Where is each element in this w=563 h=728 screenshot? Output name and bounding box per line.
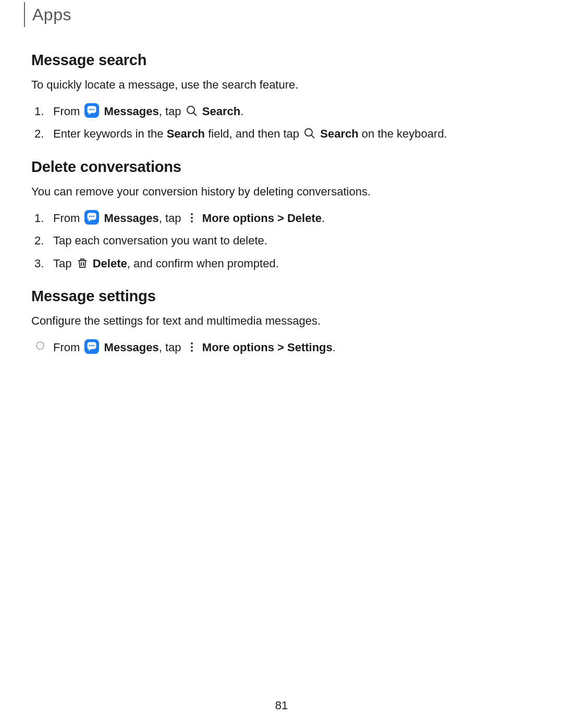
- search-icon: [303, 127, 316, 140]
- document-page: Apps Message search To quickly locate a …: [0, 0, 563, 728]
- step-number: 2.: [34, 231, 44, 250]
- bullet-step: From Messages, tap More options > Settin…: [53, 338, 532, 357]
- header-title: Apps: [31, 5, 532, 24]
- text: on the keyboard.: [359, 127, 447, 140]
- step-3: 3. Tap Delete, and confirm when prompted…: [53, 254, 532, 273]
- svg-point-13: [191, 217, 193, 219]
- text: Tap: [53, 257, 75, 270]
- steps-message-search: 1. From Messages, tap Search. 2. Enter k…: [31, 102, 532, 144]
- step-2: 2. Enter keywords in the Search field, a…: [53, 124, 532, 143]
- page-number: 81: [0, 699, 563, 712]
- label-messages: Messages: [104, 341, 159, 354]
- text: field, and then tap: [205, 127, 302, 140]
- section-delete-conversations: Delete conversations You can remove your…: [31, 158, 532, 273]
- svg-point-4: [187, 106, 194, 114]
- intro-message-search: To quickly locate a message, use the sea…: [31, 76, 532, 93]
- step-number: 1.: [34, 102, 44, 121]
- text: , tap: [159, 212, 185, 225]
- step-2: 2. Tap each conversation you want to del…: [53, 231, 532, 250]
- text: , and confirm when prompted.: [127, 257, 279, 270]
- trash-icon: [76, 257, 89, 269]
- more-options-icon: [186, 341, 198, 353]
- label-messages: Messages: [104, 212, 159, 225]
- messages-app-icon: [84, 103, 100, 118]
- label-search: Search: [202, 105, 240, 118]
- svg-line-5: [193, 113, 197, 116]
- heading-delete-conversations: Delete conversations: [31, 158, 532, 176]
- text: , tap: [159, 105, 185, 118]
- text: From: [53, 341, 83, 354]
- text: .: [322, 212, 325, 225]
- section-message-search: Message search To quickly locate a messa…: [31, 52, 532, 144]
- messages-app-icon: [84, 209, 100, 225]
- steps-delete-conversations: 1. From Messages, tap More options > Del…: [31, 208, 532, 273]
- step-1: 1. From Messages, tap More options > Del…: [53, 208, 532, 228]
- step-number: 3.: [34, 254, 44, 273]
- label-search-field: Search: [167, 127, 205, 140]
- svg-point-24: [191, 350, 193, 352]
- label-search-key: Search: [320, 127, 358, 140]
- steps-message-settings: From Messages, tap More options > Settin…: [31, 338, 532, 357]
- svg-point-19: [89, 345, 91, 347]
- step-number: 1.: [34, 208, 44, 228]
- svg-point-9: [89, 216, 91, 217]
- intro-delete-conversations: You can remove your conversion history b…: [31, 183, 532, 200]
- svg-point-20: [91, 345, 93, 347]
- header-rule: [24, 2, 25, 27]
- svg-point-10: [91, 216, 93, 217]
- step-number: 2.: [34, 124, 44, 143]
- svg-point-21: [93, 345, 95, 347]
- text: Tap each conversation you want to delete…: [53, 234, 267, 247]
- heading-message-settings: Message settings: [31, 288, 532, 305]
- label-more-options-settings: More options > Settings: [202, 341, 333, 354]
- text: Enter keywords in the: [53, 127, 167, 140]
- svg-point-12: [191, 213, 193, 215]
- svg-point-1: [89, 109, 91, 110]
- dotted-circle-bullet-icon: [35, 341, 45, 350]
- intro-message-settings: Configure the settings for text and mult…: [31, 312, 532, 329]
- svg-point-2: [91, 109, 93, 110]
- svg-point-14: [191, 220, 193, 223]
- messages-app-icon: [84, 339, 100, 354]
- label-more-options-delete: More options > Delete: [202, 212, 322, 225]
- label-delete: Delete: [93, 257, 127, 270]
- svg-point-22: [191, 342, 193, 344]
- svg-point-17: [36, 342, 44, 349]
- more-options-icon: [186, 212, 198, 224]
- text: .: [240, 105, 243, 118]
- svg-point-3: [93, 109, 95, 110]
- svg-line-7: [311, 135, 314, 138]
- label-messages: Messages: [104, 105, 159, 118]
- page-header: Apps: [31, 0, 532, 24]
- text: From: [53, 212, 83, 225]
- step-1: 1. From Messages, tap Search.: [53, 102, 532, 121]
- svg-point-23: [191, 346, 193, 348]
- text: From: [53, 105, 83, 118]
- svg-point-11: [93, 216, 95, 217]
- text: .: [333, 341, 336, 354]
- section-message-settings: Message settings Configure the settings …: [31, 288, 532, 357]
- search-icon: [186, 105, 198, 117]
- text: , tap: [159, 341, 185, 354]
- heading-message-search: Message search: [31, 52, 532, 69]
- svg-point-6: [305, 129, 312, 136]
